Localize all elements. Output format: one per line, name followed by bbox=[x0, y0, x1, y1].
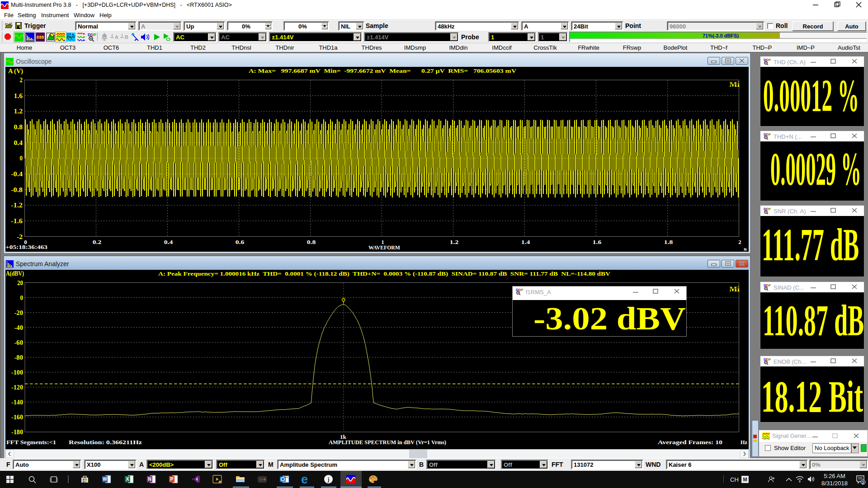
svg-text:0: 0 bbox=[20, 295, 24, 301]
svg-text:0.4: 0.4 bbox=[14, 140, 23, 146]
svg-text:Averaged Frames: 10: Averaged Frames: 10 bbox=[658, 439, 722, 446]
svg-text:-160: -160 bbox=[11, 414, 23, 421]
svg-text:20: 20 bbox=[17, 280, 23, 286]
svg-text:FFT Segments:<1: FFT Segments:<1 bbox=[6, 439, 56, 446]
svg-text:A (V): A (V) bbox=[8, 68, 23, 75]
svg-text:+05:18:36:463: +05:18:36:463 bbox=[5, 244, 48, 250]
svg-text:-100: -100 bbox=[11, 369, 23, 376]
svg-text:2: 2 bbox=[862, 480, 864, 485]
svg-text:1.8: 1.8 bbox=[664, 239, 673, 245]
svg-text:B: B bbox=[125, 34, 128, 40]
svg-text:0: 0 bbox=[20, 155, 23, 162]
svg-text:-0.4: -0.4 bbox=[11, 171, 23, 178]
svg-text:110.87 dB: 110.87 dB bbox=[763, 296, 864, 345]
svg-text:DDP: DDP bbox=[764, 132, 771, 136]
svg-text:0.8: 0.8 bbox=[14, 124, 23, 131]
svg-text:-2: -2 bbox=[17, 234, 23, 240]
svg-text:DDP: DDP bbox=[516, 288, 523, 292]
svg-text:-1.6: -1.6 bbox=[11, 218, 23, 225]
svg-text:1.6: 1.6 bbox=[14, 93, 23, 99]
svg-text:0.00012 %: 0.00012 % bbox=[763, 70, 859, 121]
svg-text:1.2: 1.2 bbox=[14, 108, 23, 115]
svg-text:-120: -120 bbox=[11, 384, 23, 391]
svg-text:1.6: 1.6 bbox=[593, 239, 602, 245]
svg-text:0.4: 0.4 bbox=[164, 239, 173, 245]
svg-text:DUT: DUT bbox=[67, 35, 75, 39]
svg-text:DDP: DDP bbox=[764, 283, 771, 287]
svg-text:-0.8: -0.8 bbox=[11, 187, 23, 193]
svg-text:0.6: 0.6 bbox=[236, 239, 245, 245]
svg-text:1.4: 1.4 bbox=[521, 239, 530, 245]
svg-text:2: 2 bbox=[738, 239, 741, 245]
svg-text:111.77 dB: 111.77 dB bbox=[762, 220, 859, 270]
svg-text:AMPLITUDE SPECTRUM in dBV (Vr=: AMPLITUDE SPECTRUM in dBV (Vr=1 Vrms) bbox=[329, 439, 446, 446]
svg-text:Resolution: 0.366211Hz: Resolution: 0.366211Hz bbox=[69, 439, 142, 446]
svg-text:P: P bbox=[170, 476, 173, 482]
svg-text:DDP: DDP bbox=[764, 207, 771, 211]
svg-text:-140: -140 bbox=[11, 399, 23, 406]
svg-text:A: A bbox=[115, 34, 118, 40]
svg-text:-40: -40 bbox=[14, 324, 24, 331]
svg-text:W: W bbox=[103, 476, 107, 482]
svg-text:A(dBV): A(dBV) bbox=[6, 270, 24, 277]
svg-text:-80: -80 bbox=[14, 354, 24, 361]
svg-text:1.2: 1.2 bbox=[450, 239, 459, 245]
svg-text:2: 2 bbox=[20, 77, 23, 84]
svg-text:-1.2: -1.2 bbox=[11, 202, 23, 209]
svg-text:0.8: 0.8 bbox=[307, 239, 316, 245]
svg-text:Hz: Hz bbox=[741, 439, 747, 446]
svg-text:DDP: DDP bbox=[88, 33, 96, 37]
svg-text:-3.02 dBV: -3.02 dBV bbox=[533, 301, 686, 336]
svg-text:-180: -180 bbox=[11, 429, 23, 436]
svg-text:-60: -60 bbox=[14, 339, 24, 346]
svg-text:888: 888 bbox=[37, 35, 44, 40]
svg-text:A: Peak Frequency= 1.000016 kH: A: Peak Frequency= 1.000016 kHz THD= 0.0… bbox=[158, 270, 611, 277]
svg-text:A: Max= 997.6687 mV Min= -: A: Max= 997.6687 mV Min= -997.6672 mV Me… bbox=[249, 67, 517, 74]
svg-text:-20: -20 bbox=[14, 310, 24, 316]
svg-text:WAVEFORM: WAVEFORM bbox=[368, 244, 400, 251]
svg-text:X: X bbox=[126, 476, 129, 482]
svg-text:DDP: DDP bbox=[764, 58, 771, 62]
svg-text:j: j bbox=[327, 476, 330, 483]
svg-text:N: N bbox=[148, 476, 151, 482]
svg-text:DDP: DDP bbox=[764, 357, 771, 361]
svg-text:18.12 Bit: 18.12 Bit bbox=[761, 372, 863, 421]
svg-text:s: s bbox=[744, 245, 747, 252]
svg-text:0.2: 0.2 bbox=[93, 239, 102, 245]
svg-text:0.00029 %: 0.00029 % bbox=[770, 143, 861, 195]
